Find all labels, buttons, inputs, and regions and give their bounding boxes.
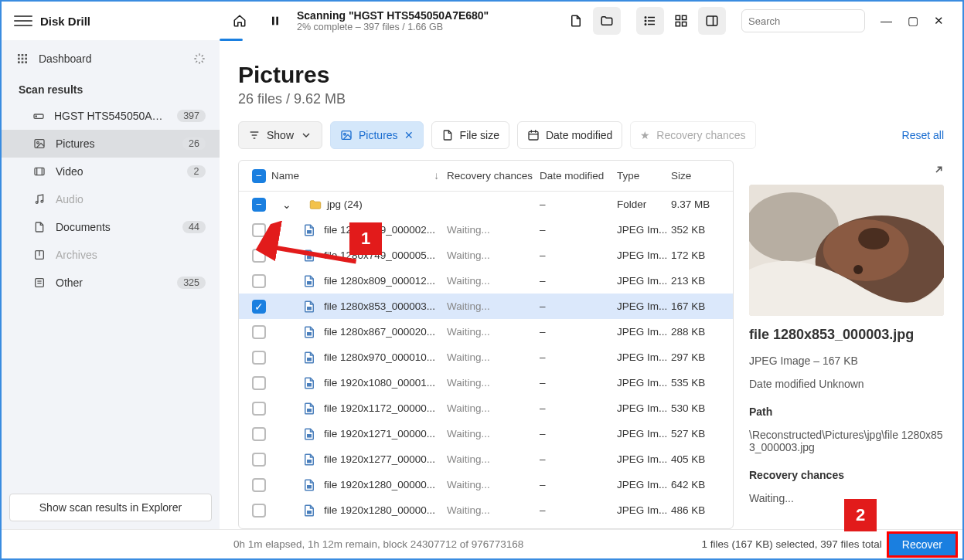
maximize-button[interactable]: ▢ [908, 14, 918, 28]
col-date[interactable]: Date modified [540, 170, 617, 182]
expand-icon[interactable] [928, 165, 944, 180]
chip-remove-icon[interactable]: ✕ [404, 129, 414, 141]
row-name: file 1280x867_000020... [324, 326, 435, 338]
sidebar-item-video[interactable]: Video 2 [2, 158, 220, 185]
sidebar-item-label: HGST HTS545050A7E680 [54, 110, 168, 122]
table-row[interactable]: file 1920x1080_00001... Waiting... – JPE… [239, 370, 733, 395]
row-date: – [540, 275, 617, 287]
select-all-checkbox[interactable]: − [252, 169, 266, 183]
recovery-chances-filter[interactable]: ★ Recovery chances [630, 121, 755, 149]
row-recovery: Waiting... [447, 453, 540, 465]
table-row[interactable]: file 1280x867_000020... Waiting... – JPE… [239, 319, 733, 344]
svg-point-63 [823, 219, 909, 281]
table-row[interactable]: file 1920x1280_00000... Waiting... – JPE… [239, 472, 733, 497]
row-name: file 1920x1280_00000... [324, 479, 435, 490]
video-icon [32, 165, 46, 178]
svg-rect-55 [307, 409, 312, 412]
col-size[interactable]: Size [671, 170, 725, 182]
svg-point-65 [858, 228, 889, 249]
row-size: 530 KB [671, 402, 725, 414]
row-checkbox[interactable] [252, 325, 266, 339]
reset-filters-link[interactable]: Reset all [902, 129, 944, 141]
svg-rect-18 [25, 54, 27, 56]
menu-icon[interactable] [14, 12, 32, 30]
table-row[interactable]: file 1280x970_000010... Waiting... – JPE… [239, 344, 733, 370]
row-checkbox[interactable] [252, 453, 266, 467]
date-modified-filter[interactable]: Date modified [517, 121, 622, 149]
row-checkbox[interactable] [252, 402, 266, 416]
svg-point-28 [37, 141, 39, 144]
row-checkbox[interactable]: ✓ [252, 300, 266, 314]
col-name[interactable]: Name↓ [271, 170, 447, 182]
row-date: – [540, 300, 617, 312]
row-recovery: Waiting... [447, 402, 540, 414]
sidebar-dashboard[interactable]: Dashboard [2, 45, 220, 73]
row-checkbox[interactable] [252, 351, 266, 365]
search-box[interactable] [741, 9, 865, 32]
sidebar-item-archives[interactable]: Archives [2, 241, 220, 269]
table-row[interactable]: file 1920x1280_00000... Waiting... – JPE… [239, 497, 733, 523]
row-size: 9.37 MB [671, 199, 725, 210]
table-header: − Name↓ Recovery chances Date modified T… [239, 161, 733, 192]
table-row[interactable]: file 1920x1172_00000... Waiting... – JPE… [239, 395, 733, 421]
col-type[interactable]: Type [617, 170, 671, 182]
table-row[interactable]: file 1920x1277_00000... Waiting... – JPE… [239, 446, 733, 472]
svg-rect-59 [307, 511, 312, 514]
row-checkbox[interactable] [252, 376, 266, 390]
sidebar-drive[interactable]: HGST HTS545050A7E680 397 [2, 102, 220, 130]
close-button[interactable]: ✕ [934, 14, 944, 28]
pictures-chip[interactable]: Pictures ✕ [330, 121, 424, 149]
show-in-explorer-button[interactable]: Show scan results in Explorer [9, 494, 212, 521]
row-name: file 1920x1080_00001... [324, 377, 435, 389]
file-size-filter[interactable]: File size [431, 121, 509, 149]
folder-icon[interactable] [593, 7, 621, 35]
sidebar-item-documents[interactable]: Documents 44 [2, 213, 220, 241]
row-checkbox[interactable] [252, 478, 266, 492]
chevron-down-icon[interactable]: ⌄ [276, 199, 304, 211]
row-type: JPEG Im... [617, 249, 671, 261]
sidebar-item-label: Pictures [56, 137, 95, 150]
sidebar-item-audio[interactable]: Audio [2, 185, 220, 213]
folder-row[interactable]: − ⌄ jpg (24) – Folder 9.37 MB [239, 192, 733, 217]
svg-rect-58 [307, 485, 312, 489]
row-date: – [540, 224, 617, 236]
table-row[interactable]: file 1920x1271_00000... Waiting... – JPE… [239, 421, 733, 446]
col-recovery[interactable]: Recovery chances [447, 170, 540, 182]
file-icon[interactable] [562, 7, 590, 35]
row-size: 486 KB [671, 504, 725, 516]
count-badge: 26 [182, 137, 206, 150]
svg-point-64 [853, 265, 863, 274]
row-checkbox[interactable] [252, 274, 266, 288]
row-checkbox[interactable] [252, 427, 266, 441]
svg-rect-16 [18, 54, 20, 56]
calendar-icon [527, 129, 540, 141]
row-checkbox[interactable] [252, 504, 266, 518]
row-date: – [540, 428, 617, 440]
svg-rect-42 [342, 131, 351, 140]
titlebar: Disk Drill Scanning "HGST HTS545050A7E68… [2, 2, 962, 40]
status-selected: 1 files (167 KB) selected, 397 files tot… [701, 538, 887, 550]
svg-point-43 [344, 133, 346, 135]
list-view-icon[interactable] [636, 7, 664, 35]
sidebar-item-other[interactable]: Other 325 [2, 269, 220, 297]
panel-view-icon[interactable] [698, 7, 726, 35]
show-filter[interactable]: Show [238, 121, 322, 149]
sidebar-item-pictures[interactable]: Pictures 26 [2, 130, 220, 158]
svg-rect-53 [307, 358, 312, 361]
row-recovery: Waiting... [447, 428, 540, 440]
home-button[interactable] [226, 7, 254, 35]
recover-button[interactable]: Recover [888, 533, 956, 556]
svg-point-26 [36, 116, 36, 117]
pause-button[interactable] [261, 7, 289, 35]
minimize-button[interactable]: ― [881, 14, 892, 28]
svg-rect-29 [35, 168, 44, 175]
table-row[interactable]: ✓ file 1280x853_000003... Waiting... – J… [239, 294, 733, 319]
other-icon [32, 276, 46, 290]
picture-icon [340, 129, 353, 141]
grid-view-icon[interactable] [667, 7, 695, 35]
filter-bar: Show Pictures ✕ File size Date modified … [238, 121, 944, 149]
row-checkbox[interactable]: − [252, 198, 266, 212]
search-input[interactable] [748, 15, 878, 27]
preview-pane: file 1280x853_000003.jpg JPEG Image – 16… [749, 160, 944, 529]
file-icon [302, 478, 316, 492]
